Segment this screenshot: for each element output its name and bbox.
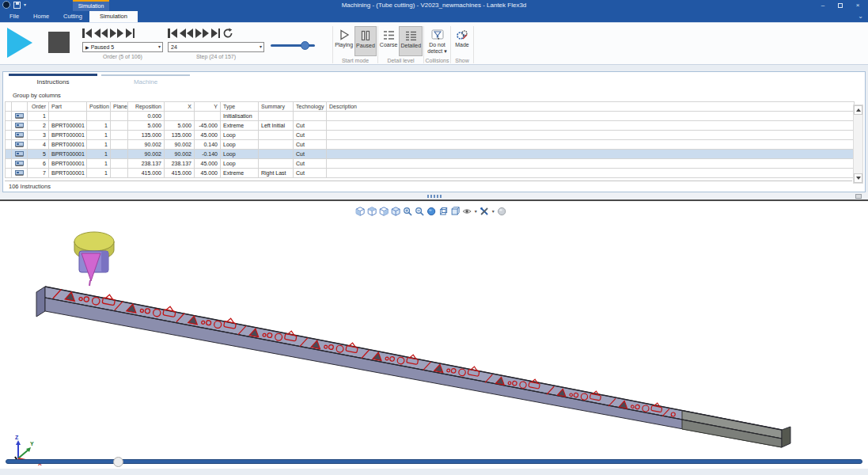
col-type[interactable]: Type bbox=[221, 102, 259, 112]
made-button[interactable]: Made bbox=[454, 26, 470, 56]
col-x[interactable]: X bbox=[165, 102, 195, 112]
table-row[interactable]: 1 0.000 Initialisation bbox=[6, 112, 855, 121]
paused-state-icon: ▶ bbox=[85, 45, 89, 50]
splitter-grip[interactable] bbox=[427, 195, 442, 198]
gears-icon bbox=[456, 28, 468, 42]
show-group: Made Show bbox=[450, 26, 474, 63]
tube-side-face bbox=[45, 298, 782, 447]
order-group-label: Order (5 of 106) bbox=[82, 54, 163, 59]
col-plane[interactable]: Plane bbox=[111, 102, 128, 112]
col-order[interactable]: Order bbox=[28, 102, 49, 112]
step-group-label: Step (24 of 157) bbox=[168, 54, 264, 59]
minimize-button[interactable]: – bbox=[814, 0, 832, 11]
tab-home[interactable]: Home bbox=[26, 11, 56, 22]
panel-splitter[interactable] bbox=[0, 192, 868, 200]
col-summary[interactable]: Summary bbox=[259, 102, 294, 112]
title-bar: ▾ Simulation Machining - (Tube cutting) … bbox=[0, 0, 868, 11]
close-button[interactable]: × bbox=[849, 0, 866, 11]
restore-button[interactable] bbox=[832, 0, 849, 11]
step-group: 24 ▾ Step (24 of 157) bbox=[168, 27, 264, 59]
step-rewind-button[interactable] bbox=[180, 27, 193, 40]
collisions-group: Do not detect ▾ Collisions bbox=[423, 26, 450, 63]
detail-level-group: Coarse Detailed Detail level bbox=[377, 26, 423, 63]
show-label: Show bbox=[451, 58, 473, 63]
progress-slider-thumb[interactable] bbox=[113, 457, 123, 467]
step-forward-button[interactable] bbox=[195, 27, 209, 40]
refresh-icon[interactable] bbox=[222, 27, 233, 40]
ribbon: ▶Paused 5 ▾ Order (5 of 106) 24 ▾ Step (… bbox=[0, 22, 868, 65]
order-rewind-button[interactable] bbox=[94, 27, 108, 40]
tube-right-cap bbox=[782, 427, 790, 447]
app-logo-icon[interactable] bbox=[2, 1, 10, 9]
status-strip bbox=[0, 469, 868, 475]
restore-icon bbox=[838, 3, 843, 8]
col-y[interactable]: Y bbox=[195, 102, 221, 112]
tab-cutting[interactable]: Cutting bbox=[56, 11, 89, 22]
stop-button[interactable] bbox=[48, 32, 70, 53]
collision-detect-icon bbox=[431, 28, 444, 42]
order-forward-button[interactable] bbox=[110, 27, 123, 40]
step-first-button[interactable] bbox=[168, 27, 177, 40]
col-technology[interactable]: Technology bbox=[294, 102, 327, 112]
detail-level-label: Detail level bbox=[378, 58, 423, 63]
table-row[interactable]: 4BPRT000001 1 90.00290.002 0.140Loop Cut bbox=[6, 140, 855, 150]
pause-icon bbox=[360, 28, 371, 43]
instruction-icon bbox=[15, 112, 24, 120]
col-reposition[interactable]: Reposition bbox=[128, 102, 165, 112]
order-last-button[interactable] bbox=[126, 27, 135, 40]
cutting-tool bbox=[74, 232, 114, 286]
collisions-label: Collisions bbox=[424, 58, 450, 63]
table-row[interactable]: 3BPRT000001 1 135.000135.000 45.000Loop … bbox=[6, 131, 855, 140]
table-row-selected[interactable]: 5BPRT000001 1 90.00290.002 -0.140Loop Cu… bbox=[6, 150, 855, 159]
scene-3d[interactable]: Z Y X bbox=[0, 201, 868, 470]
paused-button[interactable]: Paused bbox=[354, 26, 377, 56]
table-row[interactable]: 2BPRT000001 1 5.0005.000 -45.000Extreme … bbox=[6, 121, 855, 131]
col-description[interactable]: Description bbox=[327, 102, 855, 112]
do-not-detect-button[interactable]: Do not detect ▾ bbox=[426, 26, 448, 56]
ribbon-collapse-icon[interactable]: ⌄ bbox=[858, 11, 863, 22]
playing-button[interactable]: Playing bbox=[334, 26, 354, 56]
instruction-icon bbox=[15, 169, 24, 177]
tube-left-cap bbox=[36, 287, 45, 317]
table-row[interactable]: 7BPRT000001 1 415.000415.000 45.000Extre… bbox=[6, 169, 855, 178]
ribbon-tab-bar: File Home Cutting Simulation ⌄ bbox=[0, 11, 868, 22]
viewport-3d[interactable]: ▾ ▾ bbox=[0, 200, 868, 469]
detailed-button[interactable]: Detailed bbox=[399, 26, 423, 56]
simulation-progress-slider[interactable] bbox=[6, 459, 862, 464]
instruction-icon bbox=[15, 131, 24, 139]
speed-slider[interactable] bbox=[271, 42, 315, 49]
col-part[interactable]: Part bbox=[49, 102, 87, 112]
axis-y-label: Y bbox=[30, 441, 34, 446]
play-button[interactable] bbox=[7, 28, 32, 58]
order-first-button[interactable] bbox=[82, 27, 92, 40]
table-scrollbar[interactable] bbox=[853, 104, 863, 184]
tab-simulation[interactable]: Simulation bbox=[89, 11, 138, 22]
slider-thumb[interactable] bbox=[301, 41, 309, 50]
contextual-tab-simulation[interactable]: Simulation bbox=[73, 0, 109, 11]
instruction-icon bbox=[15, 150, 24, 158]
col-position[interactable]: Position bbox=[87, 102, 111, 112]
order-group: ▶Paused 5 ▾ Order (5 of 106) bbox=[82, 27, 163, 59]
tab-instructions[interactable]: Instructions bbox=[9, 74, 97, 86]
coarse-button[interactable]: Coarse bbox=[379, 26, 399, 56]
quick-access-toolbar: ▾ bbox=[2, 1, 26, 9]
save-icon[interactable] bbox=[13, 2, 21, 9]
tab-file[interactable]: File bbox=[2, 11, 26, 22]
group-by-columns-label[interactable]: Group by columns bbox=[13, 92, 865, 99]
step-dropdown[interactable]: 24 ▾ bbox=[168, 42, 264, 52]
instruction-icon bbox=[15, 122, 24, 129]
instruction-count-label: 106 Instructions bbox=[5, 180, 852, 191]
scroll-down-icon[interactable] bbox=[854, 173, 862, 183]
table-header-row: Order Part Position Plane Reposition X Y… bbox=[6, 102, 855, 112]
splitter-collapse-icon[interactable] bbox=[855, 194, 862, 199]
start-mode-group: Playing Paused Start mode bbox=[332, 26, 377, 63]
scroll-up-icon[interactable] bbox=[854, 105, 862, 115]
qat-dropdown-icon[interactable]: ▾ bbox=[24, 1, 26, 9]
table-row[interactable]: 6BPRT000001 1 238.137238.137 45.000Loop … bbox=[6, 159, 855, 169]
instruction-icon bbox=[15, 141, 24, 148]
tab-machine[interactable]: Machine bbox=[101, 74, 190, 87]
step-last-button[interactable] bbox=[211, 27, 221, 40]
order-dropdown[interactable]: ▶Paused 5 ▾ bbox=[82, 42, 163, 52]
instructions-panel: Instructions Machine Group by columns Or… bbox=[2, 71, 866, 192]
start-mode-label: Start mode bbox=[333, 58, 377, 63]
